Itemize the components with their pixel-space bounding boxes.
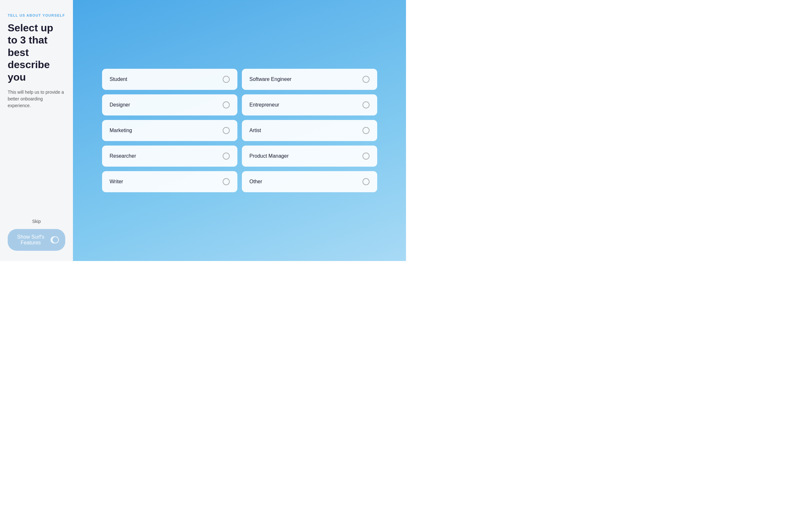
- radio-marketing: [223, 127, 230, 134]
- radio-other: [362, 178, 370, 185]
- main-heading: Select up to 3 that best describe you: [8, 22, 65, 83]
- option-card-product-manager[interactable]: Product Manager: [242, 145, 377, 167]
- option-label-researcher: Researcher: [110, 153, 136, 159]
- option-card-other[interactable]: Other: [242, 171, 377, 192]
- option-card-researcher[interactable]: Researcher: [102, 145, 237, 167]
- primary-btn-label: Show Surf's Features: [14, 234, 47, 246]
- option-card-software-engineer[interactable]: Software Engineer: [242, 69, 377, 90]
- option-card-designer[interactable]: Designer: [102, 94, 237, 116]
- section-label: TELL US ABOUT YOURSELF: [8, 14, 65, 17]
- option-label-other: Other: [250, 179, 262, 184]
- option-label-software-engineer: Software Engineer: [250, 77, 292, 82]
- option-card-student[interactable]: Student: [102, 69, 237, 90]
- option-label-product-manager: Product Manager: [250, 153, 289, 159]
- option-label-entrepreneur: Entrepreneur: [250, 102, 279, 108]
- radio-writer: [223, 178, 230, 185]
- option-label-marketing: Marketing: [110, 128, 132, 133]
- option-label-artist: Artist: [250, 128, 261, 133]
- option-label-designer: Designer: [110, 102, 130, 108]
- right-panel: StudentSoftware EngineerDesignerEntrepre…: [73, 0, 406, 261]
- toggle-icon: [51, 236, 59, 243]
- radio-product-manager: [362, 153, 370, 160]
- radio-software-engineer: [362, 76, 370, 83]
- radio-entrepreneur: [362, 101, 370, 108]
- radio-artist: [362, 127, 370, 134]
- option-label-writer: Writer: [110, 179, 123, 184]
- skip-button[interactable]: Skip: [29, 218, 43, 225]
- options-grid: StudentSoftware EngineerDesignerEntrepre…: [102, 69, 377, 192]
- radio-researcher: [223, 153, 230, 160]
- option-card-writer[interactable]: Writer: [102, 171, 237, 192]
- option-card-entrepreneur[interactable]: Entrepreneur: [242, 94, 377, 116]
- radio-designer: [223, 101, 230, 108]
- option-label-student: Student: [110, 77, 127, 82]
- option-card-marketing[interactable]: Marketing: [102, 120, 237, 141]
- radio-student: [223, 76, 230, 83]
- show-features-button[interactable]: Show Surf's Features: [8, 229, 65, 251]
- bottom-actions: Skip Show Surf's Features: [8, 218, 65, 251]
- sub-text: This will help us to provide a better on…: [8, 89, 65, 109]
- left-panel: TELL US ABOUT YOURSELF Select up to 3 th…: [0, 0, 73, 261]
- option-card-artist[interactable]: Artist: [242, 120, 377, 141]
